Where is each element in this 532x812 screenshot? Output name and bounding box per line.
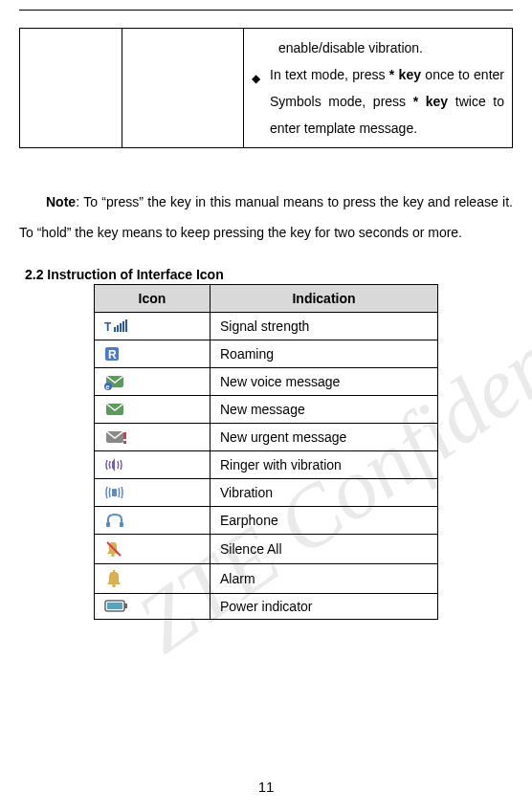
note-label: Note: [46, 194, 76, 209]
top-cell-1: [20, 29, 122, 148]
silence-all-icon: [104, 539, 125, 559]
svg-point-21: [112, 584, 116, 588]
power-indicator-icon: [104, 599, 129, 614]
th-indication: Indication: [211, 285, 438, 313]
svg-rect-24: [107, 603, 122, 609]
note-text: : To “press” the key in this manual mean…: [19, 194, 513, 240]
ringer-vibration-icon: [104, 456, 125, 473]
svg-rect-5: [122, 321, 124, 332]
icon-cell: [95, 507, 211, 535]
urgent-message-icon: [104, 428, 129, 446]
icon-cell: [95, 451, 211, 479]
diamond-bullet-icon: ◆: [252, 67, 260, 90]
svg-text:e: e: [106, 384, 110, 390]
icon-cell: [95, 594, 211, 620]
indication-cell: Ringer with vibration: [211, 451, 438, 479]
table-row: e New voice message: [95, 368, 438, 396]
table-row: Power indicator: [95, 594, 438, 620]
table-row: Alarm: [95, 564, 438, 594]
indication-cell: Power indicator: [211, 594, 438, 620]
icon-cell: [95, 479, 211, 507]
top-cell-2: [122, 29, 244, 148]
note-paragraph: Note: To “press” the key in this manual …: [19, 187, 513, 248]
icon-cell: [95, 535, 211, 564]
svg-rect-2: [114, 327, 116, 332]
icon-cell: [95, 396, 211, 424]
alarm-icon: [104, 569, 125, 588]
icon-cell: e: [95, 368, 211, 396]
icon-cell: [95, 564, 211, 594]
table-row: New message: [95, 396, 438, 424]
earphone-icon: [104, 512, 125, 529]
indication-cell: Vibration: [211, 479, 438, 507]
line2-key1: * key: [389, 67, 421, 82]
voice-message-icon: e: [104, 373, 127, 390]
indication-cell: Silence All: [211, 535, 438, 564]
section-heading: 2.2 Instruction of Interface Icon: [25, 267, 513, 282]
top-table: enable/disable vibration. ◆ In text mode…: [19, 28, 513, 148]
table-row: R Roaming: [95, 340, 438, 368]
svg-text:R: R: [108, 348, 117, 362]
indication-cell: New urgent message: [211, 424, 438, 451]
top-line-2: In text mode, press * key once to enter …: [270, 61, 504, 142]
top-line-1: enable/disable vibration.: [252, 34, 504, 61]
svg-rect-25: [124, 604, 127, 608]
indication-cell: Earphone: [211, 507, 438, 535]
th-icon: Icon: [95, 285, 211, 313]
top-rule: [19, 10, 513, 11]
table-row: Silence All: [95, 535, 438, 564]
svg-rect-17: [106, 522, 110, 527]
svg-rect-16: [112, 489, 117, 496]
top-bullet-line: ◆ In text mode, press * key once to ente…: [252, 61, 504, 142]
line2-key2: * key: [413, 94, 448, 109]
table-row: Earphone: [95, 507, 438, 535]
indication-cell: Alarm: [211, 564, 438, 594]
indication-cell: New message: [211, 396, 438, 424]
table-row: Vibration: [95, 479, 438, 507]
svg-rect-18: [120, 522, 123, 527]
table-row: T Signal strength: [95, 313, 438, 340]
svg-rect-6: [125, 319, 127, 332]
line2-pre: In text mode, press: [270, 67, 389, 82]
icon-cell: [95, 424, 211, 451]
indication-cell: Roaming: [211, 340, 438, 368]
table-header-row: Icon Indication: [95, 285, 438, 313]
indication-cell: Signal strength: [211, 313, 438, 340]
signal-strength-icon: T: [104, 318, 131, 335]
icon-cell: T: [95, 313, 211, 340]
icon-cell: R: [95, 340, 211, 368]
table-row: Ringer with vibration: [95, 451, 438, 479]
roaming-icon: R: [104, 345, 123, 362]
page-number: 11: [0, 779, 532, 795]
icon-indication-table: Icon Indication T Signal strength: [94, 284, 438, 620]
svg-rect-4: [120, 323, 122, 332]
svg-rect-15: [123, 441, 126, 444]
svg-rect-14: [123, 432, 126, 439]
svg-text:T: T: [104, 320, 112, 334]
indication-cell: New voice message: [211, 368, 438, 396]
new-message-icon: [104, 401, 125, 418]
vibration-icon: [104, 484, 125, 501]
svg-rect-3: [117, 325, 119, 332]
top-cell-3: enable/disable vibration. ◆ In text mode…: [244, 29, 513, 148]
svg-rect-22: [113, 570, 115, 572]
svg-point-19: [111, 554, 115, 558]
table-row: New urgent message: [95, 424, 438, 451]
